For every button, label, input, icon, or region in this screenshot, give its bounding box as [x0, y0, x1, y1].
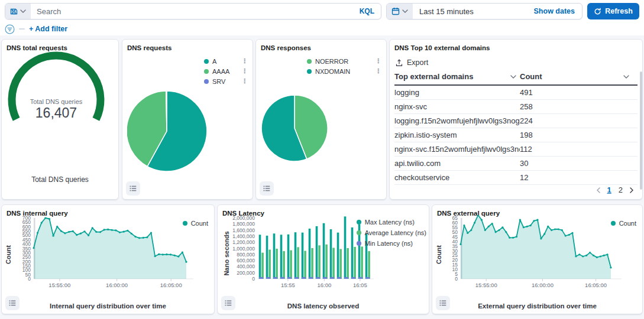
filter-icon[interactable] — [5, 24, 15, 34]
legend-label: AAAA — [212, 68, 229, 75]
table-row: nginx-svc258 — [394, 100, 637, 114]
legend-label: Average Latency (ns) — [365, 229, 426, 236]
legend-toggle-button[interactable] — [126, 181, 140, 196]
legend-item[interactable]: Count — [611, 218, 636, 229]
chevron-down-icon — [510, 75, 516, 79]
legend-color-dot — [204, 69, 209, 74]
legend-item[interactable]: Count — [183, 218, 208, 229]
legend-color-dot — [183, 221, 187, 226]
svg-text:16:00:00: 16:00:00 — [106, 282, 128, 288]
cell-domain: nginx-svc.f15n2womfujehfjlwv0lgs3no... — [394, 145, 520, 154]
page-number-2[interactable]: 2 — [619, 185, 623, 194]
kql-language-button[interactable]: KQL — [353, 7, 381, 15]
legend-actions-icon[interactable]: ⋮ — [235, 77, 248, 85]
cell-count: 30 — [520, 159, 637, 168]
legend-label: A — [212, 58, 216, 65]
dns-internal-query-area-chart[interactable]: 0501001502002503003504004505005506006507… — [8, 215, 195, 297]
legend-actions-icon[interactable]: ⋮ — [369, 57, 381, 65]
cell-count: 112 — [520, 145, 637, 154]
cell-domain: api.twilio.com — [394, 159, 520, 168]
query-bar: KQL Last 15 minutes Show dates Refresh — [0, 0, 644, 20]
panel-dns-internal-query: DNS internal query Count 050100150200250… — [1, 204, 215, 314]
previous-page-icon[interactable] — [596, 187, 600, 193]
list-icon — [263, 185, 270, 192]
legend-label: Count — [191, 220, 208, 227]
show-dates-button[interactable]: Show dates — [534, 4, 582, 19]
cell-count: 258 — [520, 102, 637, 111]
table-row: nginx-svc.f15n2womfujehfjlwv0lgs3no...11… — [394, 142, 637, 157]
column-header-count[interactable]: Count — [520, 72, 637, 81]
legend-color-dot — [204, 79, 209, 84]
legend-toggle-button[interactable] — [436, 296, 450, 310]
dns-responses-pie-chart[interactable] — [261, 87, 338, 170]
legend-label: Count — [619, 220, 636, 227]
refresh-button[interactable]: Refresh — [587, 3, 639, 19]
legend-label: NXDOMAIN — [315, 68, 350, 75]
export-button[interactable]: Export — [396, 58, 637, 67]
legend-item[interactable]: NOERROR⋮ — [307, 56, 381, 66]
svg-text:15:55:00: 15:55:00 — [475, 282, 497, 288]
add-filter-button[interactable]: + Add filter — [29, 25, 67, 33]
table-body: logging491nginx-svc258logging.f15n2womfu… — [394, 86, 637, 185]
legend-item[interactable]: Min Latency (ns) — [357, 238, 426, 249]
x-axis-title: DNS latency observed — [218, 302, 429, 310]
cell-count: 198 — [520, 131, 637, 139]
legend-toggle-button[interactable] — [260, 181, 274, 196]
filter-bar-divider — [19, 28, 25, 30]
legend-actions-icon[interactable]: ⋮ — [235, 67, 248, 75]
page-number-1[interactable]: 1 — [607, 185, 611, 194]
column-header-domains[interactable]: Top external domains — [394, 72, 520, 81]
domains-table: Top external domains Count logging491ngi… — [394, 69, 637, 185]
svg-text:65: 65 — [452, 215, 458, 221]
dns-external-query-area-chart[interactable]: 0510152025303540455055606515:55:0016:00:… — [438, 215, 623, 297]
svg-text:1,800,000: 1,800,000 — [232, 221, 255, 227]
legend-actions-icon[interactable]: ⋮ — [369, 67, 381, 75]
table-row: checkoutservice12 — [394, 171, 637, 185]
legend-toggle-button[interactable] — [221, 296, 235, 310]
dns-requests-pie-chart[interactable] — [127, 86, 216, 174]
time-range-value[interactable]: Last 15 minutes — [413, 4, 534, 19]
legend-item[interactable]: NXDOMAIN⋮ — [307, 66, 381, 76]
legend-item[interactable]: Average Latency (ns) — [357, 227, 426, 238]
save-icon — [10, 8, 18, 15]
svg-text:16:00: 16:00 — [317, 282, 331, 288]
saved-query-menu-button[interactable] — [5, 4, 31, 19]
svg-text:1,200,000: 1,200,000 — [232, 239, 255, 245]
legend-label: Max Latency (ns) — [365, 219, 415, 226]
cell-domain: logging.f15n2womfujehfjlwv0lgs3nog.... — [394, 116, 520, 125]
cell-domain: zipkin.istio-system — [394, 131, 520, 139]
legend-dns-requests: A⋮AAAA⋮SRV⋮ — [204, 56, 248, 86]
legend-item[interactable]: Max Latency (ns) — [357, 217, 426, 227]
svg-text:1,600,000: 1,600,000 — [232, 227, 255, 233]
legend-actions-icon[interactable]: ⋮ — [235, 57, 248, 65]
dns-latency-bar-chart[interactable]: 0200,000400,000600,000800,0001,000,0001,… — [226, 215, 375, 297]
svg-text:16,407: 16,407 — [35, 105, 77, 121]
panel-title: DNS responses — [261, 44, 381, 51]
list-icon — [130, 185, 137, 192]
search-bar[interactable]: KQL — [5, 3, 381, 19]
list-icon — [9, 300, 16, 307]
svg-text:15:55: 15:55 — [281, 282, 295, 288]
table-row: logging.f15n2womfujehfjlwv0lgs3nog....22… — [394, 114, 637, 128]
legend-item[interactable]: A⋮ — [204, 56, 248, 66]
calendar-icon — [391, 7, 400, 15]
time-picker-calendar-button[interactable] — [387, 4, 413, 19]
table-scrollbar[interactable] — [640, 71, 642, 190]
legend-label: SRV — [212, 78, 225, 85]
legend-item[interactable]: AAAA⋮ — [204, 66, 248, 76]
panel-dns-responses: DNS responses NOERROR⋮NXDOMAIN⋮ — [255, 39, 387, 200]
svg-text:16:05: 16:05 — [353, 282, 367, 288]
panel-title: DNS total requests — [7, 44, 114, 51]
panel-dns-requests: DNS requests A⋮AAAA⋮SRV⋮ — [122, 39, 253, 200]
legend-item[interactable]: SRV⋮ — [204, 76, 248, 86]
svg-text:2,000,000: 2,000,000 — [232, 215, 255, 221]
time-picker[interactable]: Last 15 minutes Show dates — [386, 3, 582, 19]
panel-dns-total-requests: DNS total requests Total DNS queries16,4… — [1, 39, 119, 200]
legend-color-dot — [357, 241, 361, 246]
dns-total-requests-gauge-chart[interactable]: Total DNS queries16,407 — [2, 51, 109, 140]
next-page-icon[interactable] — [630, 187, 634, 193]
panel-title: DNS requests — [127, 44, 248, 51]
legend-toggle-button[interactable] — [5, 296, 20, 310]
search-input[interactable] — [31, 4, 353, 19]
refresh-label: Refresh — [605, 7, 633, 15]
